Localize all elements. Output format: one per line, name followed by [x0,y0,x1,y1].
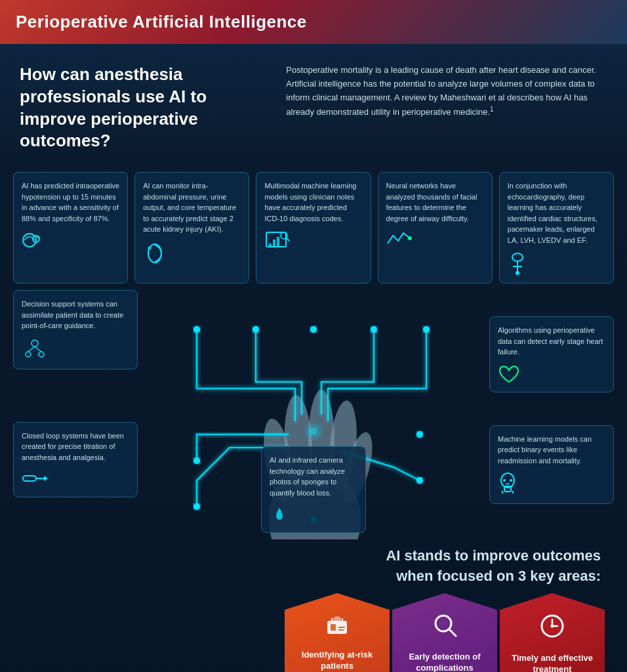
info-box-4-text: Neural networks have analyzed thousands … [386,182,477,222]
bottom-card-timely-treatment: Timely and effective treatment [500,593,605,672]
mortality-icon [498,472,605,495]
svg-rect-21 [23,476,36,481]
svg-point-31 [253,326,259,333]
svg-line-20 [35,346,41,352]
svg-point-2 [37,236,39,238]
svg-point-39 [416,477,423,484]
svg-rect-52 [331,624,336,631]
at-risk-icon [324,613,350,640]
svg-point-30 [193,326,200,333]
svg-point-41 [310,427,317,435]
svg-line-10 [287,238,289,241]
svg-point-35 [193,457,200,464]
info-box-ml-mortality-text: Machine learning models can predict bina… [498,435,592,465]
info-box-3: Multimodal machine learning models using… [256,172,371,284]
info-box-decision-text: Decision support systems can assimilate … [22,300,123,329]
info-box-ml-mortality: Machine learning models can predict bina… [489,425,614,505]
svg-point-34 [423,326,430,333]
svg-point-44 [503,479,506,482]
early-detection-icon [432,613,458,642]
info-box-heart-failure: Algorithms using perioperative data can … [489,316,614,392]
info-box-closed-loop: Closed loop systems have been created fo… [13,422,138,498]
info-box-1: AI has predicted intraoperative hypotens… [13,172,128,284]
bottom-cards: Identifying at-risk patients Early detec… [13,593,614,672]
info-box-5-text: In conjunction with echocardiography, de… [508,182,597,244]
bottom-card-early-detection: Early detection of complications [392,593,497,672]
svg-point-62 [551,624,554,627]
svg-rect-7 [273,240,275,247]
svg-rect-8 [277,237,279,247]
svg-point-16 [31,340,38,346]
svg-point-51 [333,616,341,623]
svg-point-17 [26,352,31,357]
early-detection-label: Early detection of complications [400,652,489,672]
svg-point-45 [510,479,512,482]
info-box-closed-loop-text: Closed loop systems have been created fo… [22,432,124,461]
info-box-5: In conjunction with echocardiography, de… [499,172,614,284]
page-header: Perioperative Artificial Intelligence [0,0,627,44]
svg-line-56 [449,629,456,636]
svg-point-18 [39,352,44,357]
svg-point-11 [408,236,412,240]
timely-treatment-icon [539,613,565,644]
hand-area: AI and infrared camera technology can an… [144,290,483,539]
info-box-3-text: Multimodal machine learning models using… [264,182,356,222]
info-box-1-text: AI has predicted intraoperative hypotens… [22,182,119,222]
info-box-2-icon [143,242,241,264]
center-column: AI and infrared camera technology can an… [144,290,483,539]
timely-treatment-label: Timely and effective treatment [508,653,597,672]
top-boxes-row: AI has predicted intraoperative hypotens… [13,172,614,284]
bottom-card-at-risk: Identifying at-risk patients [285,593,390,672]
svg-point-36 [193,503,200,510]
intro-text: Postoperative mortality is a leading cau… [286,64,607,152]
info-box-4: Neural networks have analyzed thousands … [378,172,493,284]
info-box-2: AI can monitor intra-abdominal pressure,… [134,172,249,284]
intro-section: How can anesthesia professionals use AI … [0,44,627,165]
svg-point-33 [371,326,377,333]
left-column: Decision support systems can assimilate … [13,290,144,539]
right-column: Algorithms using perioperative data can … [483,290,614,539]
info-box-2-text: AI can monitor intra-abdominal pressure,… [143,182,236,233]
heart-failure-icon [498,364,605,384]
svg-point-38 [416,431,423,438]
info-box-4-icon [386,230,484,247]
blood-loss-icon [270,505,357,524]
closed-loop-icon [22,469,129,489]
info-box-3-icon [264,230,362,250]
info-box-blood-loss: AI and infrared camera technology can an… [261,446,366,533]
svg-point-12 [512,253,523,261]
info-box-5-icon [508,252,605,275]
middle-section: Decision support systems can assimilate … [13,290,614,539]
intro-question: How can anesthesia professionals use AI … [20,64,266,152]
svg-rect-6 [269,243,272,247]
svg-point-4 [148,246,152,250]
info-box-heart-failure-text: Algorithms using perioperative data can … [498,326,603,356]
svg-line-19 [28,346,35,352]
page-title: Perioperative Artificial Intelligence [16,12,307,32]
main-content: AI has predicted intraoperative hypotens… [0,165,627,672]
info-box-blood-loss-text: AI and infrared camera technology can an… [270,456,345,497]
svg-marker-23 [44,476,48,481]
at-risk-label: Identifying at-risk patients [293,650,382,672]
svg-point-32 [310,326,317,333]
bottom-statement: AI stands to improve outcomeswhen focuse… [13,539,614,593]
info-box-decision: Decision support systems can assimilate … [13,290,138,369]
decision-icon [22,338,129,361]
svg-point-15 [516,271,519,275]
info-box-1-icon [22,230,119,250]
